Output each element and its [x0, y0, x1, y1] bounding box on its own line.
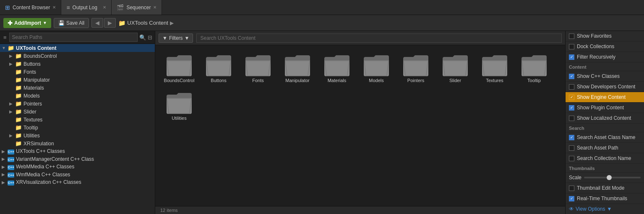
toolbar: ✚ Add/Import ▼ 💾 Save All ◀ ▶ 📁 UXTools …: [0, 15, 644, 31]
tree-item-textures[interactable]: 📁 Textures: [0, 116, 155, 124]
thumbnail-edit-item[interactable]: Thumbnail Edit Mode: [566, 183, 644, 193]
folder-icon: 📁: [15, 61, 22, 67]
folder-item-models[interactable]: Models: [357, 50, 395, 86]
tab-close-content-browser[interactable]: ✕: [52, 5, 56, 10]
tree-item-xrvisualization-cpp[interactable]: ▶ C++ XRVisualization C++ Classes: [0, 178, 155, 186]
tab-output-log[interactable]: ≡ Output Log ✕: [61, 0, 112, 15]
tree-item-fonts[interactable]: 📁 Fonts: [0, 68, 155, 76]
filter-recursively-checkbox[interactable]: [569, 54, 574, 60]
tree-item-tooltip[interactable]: 📁 Tooltip: [0, 124, 155, 131]
show-plugin-item[interactable]: Show Plugin Content: [566, 103, 644, 113]
tree-item-materials[interactable]: 📁 Materials: [0, 84, 155, 92]
thumbnail-edit-checkbox[interactable]: [569, 186, 574, 191]
show-favorites-checkbox[interactable]: [569, 34, 574, 39]
folder-item-pointers[interactable]: Pointers: [397, 50, 435, 86]
view-options-button[interactable]: 👁 View Options ▼: [566, 204, 644, 214]
cpp-icon-webm: C++: [8, 164, 14, 170]
tree-label-models: Models: [23, 93, 40, 99]
show-cpp-checkbox[interactable]: [569, 74, 574, 79]
tree-item-wmfmedia-cpp[interactable]: ▶ C++ WmfMedia C++ Classes: [0, 171, 155, 179]
tree-item-pointers[interactable]: ▶ 📁 Pointers: [0, 100, 155, 108]
folder-svg: [205, 54, 232, 76]
expand-wmfmedia-cpp: ▶: [2, 172, 8, 177]
breadcrumb: 📁 UXTools Content ▶: [118, 20, 174, 26]
folder-item-tooltip[interactable]: Tooltip: [515, 50, 553, 86]
show-cpp-classes-item[interactable]: Show C++ Classes: [566, 71, 644, 82]
filter-recursively-label: Filter Recursively: [577, 54, 615, 60]
search-paths-button[interactable]: 🔍: [139, 34, 146, 41]
folder-icon: 📁: [15, 85, 22, 91]
item-count: 12 items: [160, 208, 178, 213]
save-all-button[interactable]: 💾 Save All: [54, 18, 89, 28]
folder-item-materials[interactable]: Materials: [318, 50, 356, 86]
back-button[interactable]: ◀: [91, 18, 103, 28]
tree-item-webmmedia-cpp[interactable]: ▶ C++ WebMMedia C++ Classes: [0, 163, 155, 171]
show-favorites-item[interactable]: Show Favorites: [566, 31, 644, 41]
folder-item-manipulator[interactable]: Manipulator: [279, 50, 316, 86]
tree-item-xrsimulation[interactable]: 📁 XRSimulation: [0, 139, 155, 147]
tab-close-sequencer[interactable]: ✕: [153, 5, 156, 10]
folder-svg: [245, 54, 271, 76]
tree-item-boundscontrol[interactable]: ▶ 📁 BoundsControl: [0, 52, 155, 60]
folder-icon: 📁: [15, 116, 22, 123]
sequencer-icon: 🎬: [117, 4, 124, 11]
tree-item-variant-cpp[interactable]: ▶ C++ VariantManagerContent C++ Class: [0, 155, 155, 163]
search-asset-path-item[interactable]: Search Asset Path: [566, 143, 644, 153]
sidebar-collapse-button[interactable]: ≡: [3, 34, 8, 41]
folder-icon: 📁: [15, 101, 22, 107]
folder-item-slider[interactable]: Slider: [436, 50, 474, 86]
search-asset-class-item[interactable]: Search Asset Class Name: [566, 132, 644, 143]
breadcrumb-root-label[interactable]: UXTools Content: [127, 20, 168, 26]
sidebar-layout-button[interactable]: ⊟: [148, 34, 152, 41]
show-localized-item[interactable]: Show Localized Content: [566, 113, 644, 124]
content-search-input[interactable]: [196, 34, 562, 43]
tab-bar: ⊞ Content Browser ✕ ≡ Output Log ✕ 🎬 Seq…: [0, 0, 644, 15]
folder-item-boundscontrol[interactable]: BoundsControl: [160, 50, 198, 86]
scale-slider[interactable]: [584, 177, 641, 178]
tab-close-output-log[interactable]: ✕: [103, 5, 106, 10]
tree-item-models[interactable]: 📁 Models: [0, 92, 155, 100]
show-engine-item[interactable]: Show Engine Content: [566, 92, 644, 103]
add-import-icon: ✚: [8, 20, 13, 26]
forward-button[interactable]: ▶: [104, 18, 116, 28]
folder-svg: [323, 54, 350, 76]
realtime-thumbnails-item[interactable]: Real-Time Thumbnails: [566, 193, 644, 204]
search-section-header: Search: [566, 124, 644, 132]
filter-dropdown-icon: ▼: [185, 35, 190, 41]
filter-recursively-item[interactable]: Filter Recursively: [566, 52, 644, 62]
tree-item-buttons[interactable]: ▶ 📁 Buttons: [0, 60, 155, 68]
view-options-arrow: ▼: [607, 206, 612, 212]
realtime-thumbnails-checkbox[interactable]: [569, 196, 574, 201]
folder-item-textures[interactable]: Textures: [476, 50, 514, 86]
search-collection-label: Search Collection Name: [577, 155, 631, 161]
tab-content-browser[interactable]: ⊞ Content Browser ✕: [0, 0, 61, 15]
show-engine-checkbox[interactable]: [569, 95, 574, 100]
dock-collections-checkbox[interactable]: [569, 44, 574, 49]
scale-row: Scale: [566, 173, 644, 183]
search-asset-path-checkbox[interactable]: [569, 145, 574, 151]
nav-buttons: ◀ ▶: [91, 18, 116, 28]
show-developers-item[interactable]: Show Developers Content: [566, 82, 644, 92]
save-all-label: Save All: [66, 20, 84, 26]
tab-sequencer[interactable]: 🎬 Sequencer ✕: [112, 0, 162, 15]
search-paths-input[interactable]: [9, 33, 138, 42]
tree-item-uxtools-content[interactable]: ▼ 📁 UXTools Content: [0, 44, 155, 52]
tree-item-slider[interactable]: ▶ 📁 Slider: [0, 108, 155, 116]
folder-item-fonts[interactable]: Fonts: [239, 50, 277, 86]
filters-button[interactable]: ▼ Filters ▼: [159, 34, 193, 43]
folder-svg: [402, 54, 429, 76]
show-plugin-checkbox[interactable]: [569, 105, 574, 111]
add-import-button[interactable]: ✚ Add/Import ▼: [3, 18, 51, 28]
show-developers-checkbox[interactable]: [569, 84, 574, 90]
search-collection-item[interactable]: Search Collection Name: [566, 153, 644, 164]
folder-item-utilities[interactable]: Utilities: [160, 88, 198, 124]
search-collection-checkbox[interactable]: [569, 156, 574, 161]
folder-icon: 📁: [15, 93, 22, 99]
dock-collections-item[interactable]: Dock Collections: [566, 41, 644, 52]
show-localized-checkbox[interactable]: [569, 116, 574, 121]
search-asset-class-checkbox[interactable]: [569, 135, 574, 140]
tree-item-utilities[interactable]: ▶ 📁 Utilities: [0, 131, 155, 139]
folder-item-buttons[interactable]: Buttons: [200, 50, 237, 86]
tree-item-uxtools-cpp[interactable]: ▶ C++ UXTools C++ Classes: [0, 147, 155, 155]
tree-item-manipulator[interactable]: 📁 Manipulator: [0, 76, 155, 84]
